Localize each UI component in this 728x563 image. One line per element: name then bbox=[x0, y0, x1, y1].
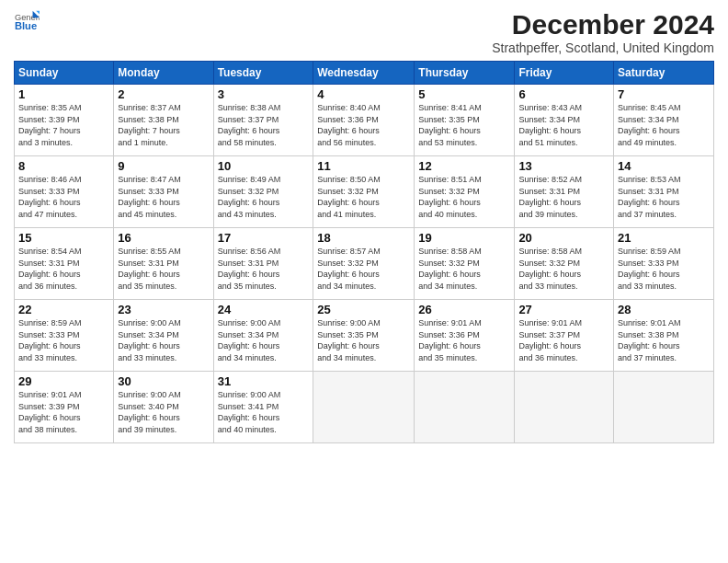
day-number: 28 bbox=[618, 303, 710, 316]
table-cell: 22 Sunrise: 8:59 AMSunset: 3:33 PMDaylig… bbox=[15, 300, 114, 372]
table-cell: 24 Sunrise: 9:00 AMSunset: 3:34 PMDaylig… bbox=[213, 300, 313, 372]
table-row: 8 Sunrise: 8:46 AMSunset: 3:33 PMDayligh… bbox=[15, 156, 714, 228]
day-info: Sunrise: 8:59 AMSunset: 3:33 PMDaylight:… bbox=[18, 317, 109, 363]
table-cell: 27 Sunrise: 9:01 AMSunset: 3:37 PMDaylig… bbox=[515, 300, 614, 372]
day-number: 1 bbox=[18, 87, 109, 101]
day-number: 16 bbox=[118, 231, 209, 245]
day-number: 20 bbox=[518, 231, 609, 245]
table-cell: 28 Sunrise: 9:01 AMSunset: 3:38 PMDaylig… bbox=[614, 300, 714, 372]
day-number: 3 bbox=[218, 87, 310, 101]
day-info: Sunrise: 9:00 AMSunset: 3:34 PMDaylight:… bbox=[218, 317, 310, 363]
day-info: Sunrise: 8:54 AMSunset: 3:31 PMDaylight:… bbox=[18, 246, 109, 292]
day-number: 7 bbox=[618, 87, 710, 101]
col-friday: Friday bbox=[515, 62, 614, 85]
col-wednesday: Wednesday bbox=[313, 62, 415, 85]
day-info: Sunrise: 8:43 AMSunset: 3:34 PMDaylight:… bbox=[518, 102, 609, 148]
table-cell: 17 Sunrise: 8:56 AMSunset: 3:31 PMDaylig… bbox=[213, 228, 313, 300]
day-number: 13 bbox=[518, 159, 609, 173]
day-number: 29 bbox=[18, 374, 109, 388]
col-saturday: Saturday bbox=[614, 62, 714, 85]
day-info: Sunrise: 8:49 AMSunset: 3:32 PMDaylight:… bbox=[218, 174, 310, 220]
day-number: 10 bbox=[218, 159, 310, 173]
day-number: 15 bbox=[18, 231, 109, 245]
day-info: Sunrise: 8:45 AMSunset: 3:34 PMDaylight:… bbox=[618, 102, 710, 148]
day-number: 9 bbox=[118, 159, 209, 173]
table-cell: 16 Sunrise: 8:55 AMSunset: 3:31 PMDaylig… bbox=[114, 228, 213, 300]
day-number: 11 bbox=[317, 159, 410, 173]
calendar-header-row: Sunday Monday Tuesday Wednesday Thursday… bbox=[15, 62, 714, 85]
table-cell: 21 Sunrise: 8:59 AMSunset: 3:33 PMDaylig… bbox=[614, 228, 714, 300]
day-number: 17 bbox=[218, 231, 310, 245]
table-cell: 2 Sunrise: 8:37 AMSunset: 3:38 PMDayligh… bbox=[114, 85, 213, 156]
day-number: 19 bbox=[418, 231, 510, 245]
table-cell: 14 Sunrise: 8:53 AMSunset: 3:31 PMDaylig… bbox=[614, 156, 714, 228]
table-cell: 15 Sunrise: 8:54 AMSunset: 3:31 PMDaylig… bbox=[15, 228, 114, 300]
day-number: 23 bbox=[118, 303, 209, 316]
day-number: 22 bbox=[18, 303, 109, 316]
table-cell: 31 Sunrise: 9:00 AMSunset: 3:41 PMDaylig… bbox=[213, 372, 313, 443]
page: General Blue December 2024 Strathpeffer,… bbox=[0, 0, 728, 563]
title-block: December 2024 Strathpeffer, Scotland, Un… bbox=[492, 9, 714, 55]
col-thursday: Thursday bbox=[415, 62, 515, 85]
table-row: 29 Sunrise: 9:01 AMSunset: 3:39 PMDaylig… bbox=[15, 372, 714, 443]
day-number: 26 bbox=[418, 303, 510, 316]
table-cell: 23 Sunrise: 9:00 AMSunset: 3:34 PMDaylig… bbox=[114, 300, 213, 372]
day-info: Sunrise: 8:38 AMSunset: 3:37 PMDaylight:… bbox=[218, 102, 310, 148]
day-info: Sunrise: 8:47 AMSunset: 3:33 PMDaylight:… bbox=[118, 174, 209, 220]
day-info: Sunrise: 8:40 AMSunset: 3:36 PMDaylight:… bbox=[317, 102, 410, 148]
col-monday: Monday bbox=[114, 62, 213, 85]
table-cell: 13 Sunrise: 8:52 AMSunset: 3:31 PMDaylig… bbox=[515, 156, 614, 228]
day-info: Sunrise: 8:52 AMSunset: 3:31 PMDaylight:… bbox=[518, 174, 609, 220]
day-info: Sunrise: 9:00 AMSunset: 3:40 PMDaylight:… bbox=[118, 389, 209, 435]
table-cell bbox=[614, 372, 714, 443]
col-tuesday: Tuesday bbox=[213, 62, 313, 85]
day-info: Sunrise: 8:55 AMSunset: 3:31 PMDaylight:… bbox=[118, 246, 209, 292]
table-cell: 6 Sunrise: 8:43 AMSunset: 3:34 PMDayligh… bbox=[515, 85, 614, 156]
day-info: Sunrise: 9:01 AMSunset: 3:36 PMDaylight:… bbox=[418, 317, 510, 363]
day-info: Sunrise: 8:57 AMSunset: 3:32 PMDaylight:… bbox=[317, 246, 410, 292]
table-cell: 5 Sunrise: 8:41 AMSunset: 3:35 PMDayligh… bbox=[415, 85, 515, 156]
day-info: Sunrise: 8:59 AMSunset: 3:33 PMDaylight:… bbox=[618, 246, 710, 292]
table-cell bbox=[515, 372, 614, 443]
table-cell: 1 Sunrise: 8:35 AMSunset: 3:39 PMDayligh… bbox=[15, 85, 114, 156]
table-cell bbox=[313, 372, 415, 443]
day-info: Sunrise: 9:01 AMSunset: 3:37 PMDaylight:… bbox=[518, 317, 609, 363]
day-info: Sunrise: 8:41 AMSunset: 3:35 PMDaylight:… bbox=[418, 102, 510, 148]
day-info: Sunrise: 8:58 AMSunset: 3:32 PMDaylight:… bbox=[418, 246, 510, 292]
day-number: 14 bbox=[618, 159, 710, 173]
table-cell: 3 Sunrise: 8:38 AMSunset: 3:37 PMDayligh… bbox=[213, 85, 313, 156]
table-cell: 20 Sunrise: 8:58 AMSunset: 3:32 PMDaylig… bbox=[515, 228, 614, 300]
day-info: Sunrise: 8:58 AMSunset: 3:32 PMDaylight:… bbox=[518, 246, 609, 292]
table-cell bbox=[415, 372, 515, 443]
day-number: 5 bbox=[418, 87, 510, 101]
day-info: Sunrise: 8:46 AMSunset: 3:33 PMDaylight:… bbox=[18, 174, 109, 220]
day-number: 30 bbox=[118, 374, 209, 388]
header: General Blue December 2024 Strathpeffer,… bbox=[14, 9, 714, 55]
subtitle: Strathpeffer, Scotland, United Kingdom bbox=[492, 40, 714, 55]
day-number: 2 bbox=[118, 87, 209, 101]
table-cell: 8 Sunrise: 8:46 AMSunset: 3:33 PMDayligh… bbox=[15, 156, 114, 228]
table-cell: 29 Sunrise: 9:01 AMSunset: 3:39 PMDaylig… bbox=[15, 372, 114, 443]
table-row: 1 Sunrise: 8:35 AMSunset: 3:39 PMDayligh… bbox=[15, 85, 714, 156]
day-info: Sunrise: 9:00 AMSunset: 3:34 PMDaylight:… bbox=[118, 317, 209, 363]
day-number: 4 bbox=[317, 87, 410, 101]
table-cell: 25 Sunrise: 9:00 AMSunset: 3:35 PMDaylig… bbox=[313, 300, 415, 372]
table-row: 22 Sunrise: 8:59 AMSunset: 3:33 PMDaylig… bbox=[15, 300, 714, 372]
col-sunday: Sunday bbox=[15, 62, 114, 85]
logo: General Blue bbox=[14, 9, 40, 35]
day-number: 18 bbox=[317, 231, 410, 245]
logo-icon: General Blue bbox=[14, 9, 40, 35]
day-number: 12 bbox=[418, 159, 510, 173]
day-info: Sunrise: 8:35 AMSunset: 3:39 PMDaylight:… bbox=[18, 102, 109, 148]
day-number: 25 bbox=[317, 303, 410, 316]
table-cell: 12 Sunrise: 8:51 AMSunset: 3:32 PMDaylig… bbox=[415, 156, 515, 228]
main-title: December 2024 bbox=[492, 9, 714, 40]
table-cell: 7 Sunrise: 8:45 AMSunset: 3:34 PMDayligh… bbox=[614, 85, 714, 156]
day-info: Sunrise: 8:56 AMSunset: 3:31 PMDaylight:… bbox=[218, 246, 310, 292]
day-info: Sunrise: 9:00 AMSunset: 3:41 PMDaylight:… bbox=[218, 389, 310, 435]
table-row: 15 Sunrise: 8:54 AMSunset: 3:31 PMDaylig… bbox=[15, 228, 714, 300]
day-number: 6 bbox=[518, 87, 609, 101]
day-number: 24 bbox=[218, 303, 310, 316]
day-info: Sunrise: 9:01 AMSunset: 3:39 PMDaylight:… bbox=[18, 389, 109, 435]
table-cell: 4 Sunrise: 8:40 AMSunset: 3:36 PMDayligh… bbox=[313, 85, 415, 156]
